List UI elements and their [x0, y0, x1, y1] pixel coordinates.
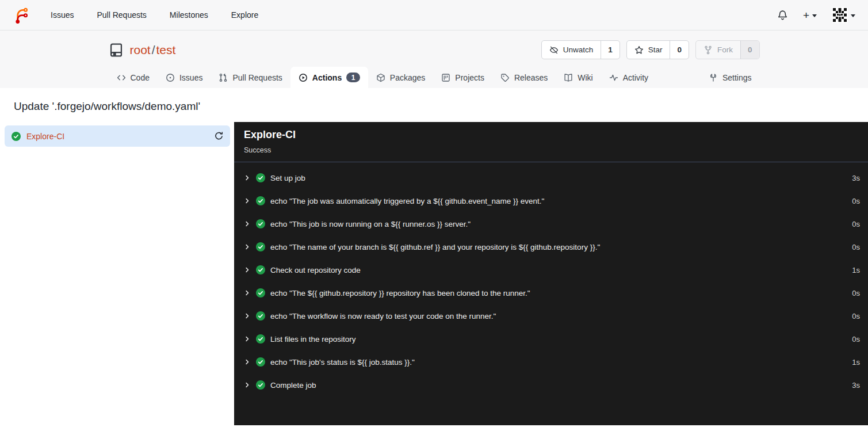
nav-item-pull-requests[interactable]: Pull Requests [97, 10, 146, 20]
run-title: Update '.forgejo/workflows/demo.yaml' [0, 88, 868, 122]
chevron-right-icon [244, 312, 251, 319]
repo-tabs: Code Issues Pull Requests Actions 1 [109, 67, 760, 88]
step-name: Set up job [270, 174, 305, 182]
tag-icon [500, 73, 510, 82]
step-name: echo "The workflow is now ready to test … [270, 312, 496, 321]
chevron-right-icon [244, 335, 251, 342]
nav-item-issues[interactable]: Issues [51, 10, 74, 20]
forgejo-logo-icon [13, 6, 30, 24]
package-icon [376, 73, 385, 82]
step-row[interactable]: echo "The ${{ github.repository }} repos… [234, 281, 868, 304]
check-circle-icon [12, 132, 21, 141]
chevron-right-icon [244, 382, 251, 388]
run-view: Explore-CI Explore-CI Success [0, 122, 868, 425]
caret-down-icon [812, 14, 817, 17]
unwatch-button[interactable]: Unwatch [542, 41, 601, 59]
check-circle-icon [256, 311, 265, 321]
step-row[interactable]: echo "The job was automatically triggere… [234, 189, 868, 212]
step-row[interactable]: Set up job 3s [234, 166, 868, 189]
pulse-icon [609, 73, 618, 82]
chevron-right-icon [244, 289, 251, 296]
step-duration: 0s [852, 220, 860, 228]
job-status-text: Success [244, 146, 858, 154]
step-row[interactable]: Complete job 3s [234, 373, 868, 396]
step-name: Complete job [270, 381, 316, 390]
refresh-icon [214, 131, 224, 141]
tab-pull-requests[interactable]: Pull Requests [211, 67, 290, 88]
check-circle-icon [256, 196, 265, 205]
eye-slash-icon [549, 45, 559, 55]
navbar-links: Issues Pull Requests Milestones Explore [51, 10, 258, 20]
chevron-right-icon [244, 197, 251, 204]
step-name: echo "The name of your branch is ${{ git… [270, 243, 600, 251]
tools-icon [709, 73, 718, 82]
tab-actions[interactable]: Actions 1 [290, 67, 368, 88]
repo-owner-link[interactable]: root [130, 43, 151, 56]
step-duration: 3s [852, 174, 860, 182]
step-duration: 0s [852, 289, 860, 297]
step-duration: 0s [852, 197, 860, 205]
step-row[interactable]: echo "This job's status is ${{ job.statu… [234, 350, 868, 373]
step-name: echo "The job was automatically triggere… [270, 197, 544, 205]
step-row[interactable]: echo "This job is now running on a ${{ r… [234, 212, 868, 235]
tab-code[interactable]: Code [109, 67, 158, 88]
step-row[interactable]: List files in the repository 0s [234, 327, 868, 350]
step-duration: 1s [852, 266, 860, 274]
jobs-sidebar: Explore-CI [0, 122, 234, 425]
create-new-button[interactable]: + [803, 10, 817, 21]
tab-settings[interactable]: Settings [701, 67, 760, 88]
star-button-group: Star 0 [626, 40, 689, 59]
step-name: Check out repository code [270, 266, 361, 274]
chevron-right-icon [244, 174, 251, 181]
step-duration: 0s [852, 243, 860, 251]
repo-separator: / [152, 43, 155, 56]
fork-button-group: Fork 0 [695, 40, 760, 59]
tab-wiki[interactable]: Wiki [556, 67, 601, 88]
tab-issues[interactable]: Issues [158, 67, 211, 88]
pull-request-icon [219, 73, 228, 82]
chevron-right-icon [244, 358, 251, 365]
book-icon [564, 73, 573, 82]
user-menu-button[interactable] [832, 7, 855, 23]
issue-icon [166, 73, 175, 82]
tab-releases[interactable]: Releases [492, 67, 556, 88]
repo-name-link[interactable]: test [156, 43, 176, 56]
step-list: Set up job 3s echo "The job was automati… [234, 162, 868, 396]
job-log-title: Explore-CI [244, 129, 858, 141]
forks-count: 0 [740, 41, 759, 59]
code-icon [117, 73, 126, 82]
check-circle-icon [256, 219, 265, 228]
job-item-explore-ci[interactable]: Explore-CI [5, 125, 230, 147]
check-circle-icon [256, 265, 265, 274]
step-row[interactable]: echo "The workflow is now ready to test … [234, 304, 868, 327]
check-circle-icon [256, 357, 265, 367]
check-circle-icon [256, 173, 265, 182]
tab-projects[interactable]: Projects [433, 67, 492, 88]
avatar [832, 7, 848, 23]
step-row[interactable]: echo "The name of your branch is ${{ git… [234, 235, 868, 258]
notifications-button[interactable] [777, 10, 788, 21]
step-duration: 3s [852, 381, 860, 390]
nav-item-milestones[interactable]: Milestones [170, 10, 208, 20]
step-duration: 1s [852, 358, 860, 367]
check-circle-icon [256, 242, 265, 251]
tab-activity[interactable]: Activity [601, 67, 656, 88]
step-name: List files in the repository [270, 335, 356, 344]
step-name: echo "This job is now running on a ${{ r… [270, 220, 471, 228]
stars-count[interactable]: 0 [670, 41, 689, 59]
step-duration: 0s [852, 312, 860, 321]
forgejo-logo[interactable] [13, 6, 30, 24]
plus-icon: + [803, 10, 809, 21]
watchers-count[interactable]: 1 [601, 41, 620, 59]
step-row[interactable]: Check out repository code 1s [234, 258, 868, 281]
check-circle-icon [256, 380, 265, 390]
job-log-panel: Explore-CI Success Set up job 3s [234, 122, 868, 425]
star-button[interactable]: Star [627, 41, 670, 59]
nav-item-explore[interactable]: Explore [231, 10, 258, 20]
rerun-job-button[interactable] [214, 131, 224, 141]
actions-count-badge: 1 [346, 73, 360, 82]
repo-title: root/test [109, 43, 176, 58]
tab-packages[interactable]: Packages [368, 67, 433, 88]
watch-button-group: Unwatch 1 [541, 40, 620, 59]
chevron-right-icon [244, 220, 251, 227]
